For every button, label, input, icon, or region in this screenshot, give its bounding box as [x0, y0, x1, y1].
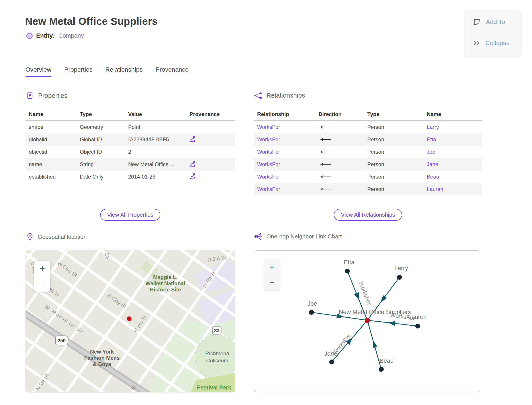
tab-relationships[interactable]: Relationships: [105, 66, 143, 77]
property-provenance-cell: [186, 160, 235, 168]
relationships-section-header: Relationships: [254, 92, 305, 99]
related-entity-link[interactable]: Beau: [427, 174, 439, 180]
entity-type-value: Company: [58, 32, 84, 39]
property-name: shape: [26, 124, 76, 130]
graph-center-node[interactable]: [365, 318, 370, 323]
link-chart-section-header: One-hop Neighbor Link Chart: [254, 233, 342, 240]
collapse-label: Collapse: [485, 40, 510, 47]
collapse-button[interactable]: Collapse: [473, 40, 510, 47]
column-header: Type: [364, 111, 423, 117]
link-chart-graph: WorksForWorksForWorksForEttaLarryJoeLaur…: [254, 251, 480, 392]
table-row: establishedDate Only2014-01-23: [26, 171, 235, 183]
name-cell: Beau: [423, 174, 482, 180]
svg-text:33: 33: [214, 328, 219, 333]
direction-cell: [315, 136, 364, 143]
graph-node-etta[interactable]: [345, 269, 350, 273]
relationships-table: RelationshipDirectionTypeNameWorksForPer…: [254, 108, 482, 196]
property-type: Object ID: [76, 149, 125, 155]
graph-node-jane[interactable]: [329, 359, 334, 364]
link-chart-section-title: One-hop Neighbor Link Chart: [266, 233, 342, 240]
property-type: Global ID: [76, 136, 125, 143]
graph-node-joe[interactable]: [309, 310, 314, 315]
direction-left-arrow-icon: [319, 138, 333, 141]
poi-label: Coliseum: [206, 358, 228, 364]
table-row: nameStringNew Metal Office ...: [26, 158, 235, 171]
property-name: globalid: [26, 136, 76, 143]
collapse-icon: [473, 40, 480, 46]
relationship-type-link[interactable]: WorksFor: [257, 174, 280, 180]
chart-zoom-in-button[interactable]: +: [264, 259, 280, 275]
table-row: WorksForPersonEtta: [254, 133, 482, 146]
view-all-properties-button[interactable]: View All Properties: [100, 209, 160, 221]
graph-node-label: Beau: [379, 358, 393, 364]
property-name: established: [26, 174, 76, 180]
tab-overview[interactable]: Overview: [26, 66, 51, 77]
related-entity-type: Person: [364, 186, 423, 192]
direction-cell: [315, 161, 364, 168]
direction-left-arrow-icon: [319, 150, 333, 154]
name-cell: Lauren: [423, 186, 482, 192]
relationship-type-link[interactable]: WorksFor: [257, 149, 280, 155]
map-zoom-out-button[interactable]: −: [34, 276, 50, 292]
direction-cell: [315, 149, 364, 155]
property-name: name: [26, 161, 76, 168]
direction-cell: [315, 174, 364, 180]
relationship-cell: WorksFor: [254, 136, 315, 143]
graph-node-label: Etta: [344, 259, 355, 266]
relationship-cell: WorksFor: [254, 174, 315, 180]
add-to-label: Add To: [486, 18, 505, 26]
relationship-type-link[interactable]: WorksFor: [257, 124, 280, 130]
provenance-icon[interactable]: [190, 135, 196, 142]
related-entity-link[interactable]: Etta: [427, 136, 436, 142]
link-chart-canvas[interactable]: WorksForWorksForWorksForEttaLarryJoeLaur…: [254, 250, 480, 392]
property-type: Geometry: [76, 124, 125, 130]
map-zoom-in-button[interactable]: +: [34, 261, 50, 276]
graph-node-beau[interactable]: [379, 367, 384, 372]
related-entity-link[interactable]: Larry: [427, 124, 439, 130]
view-all-relationships-button[interactable]: View All Relationships: [334, 209, 402, 221]
provenance-icon[interactable]: [190, 160, 196, 167]
relationship-type-link[interactable]: WorksFor: [257, 186, 280, 192]
geospatial-section-title: Geospatial location: [38, 234, 87, 240]
property-provenance-cell: [186, 135, 235, 143]
name-cell: Jane: [423, 161, 482, 168]
graph-node-larry[interactable]: [397, 275, 402, 280]
property-name: objectid: [26, 149, 76, 155]
route-shield: 33: [212, 327, 221, 334]
chart-zoom-out-button[interactable]: −: [264, 275, 280, 290]
name-cell: Larry: [423, 124, 482, 130]
poi-label: Fashion Mens: [84, 355, 120, 361]
poi-label: Maggie L.: [153, 274, 178, 280]
poi-label: & Boys: [93, 361, 111, 367]
entity-location-marker[interactable]: [127, 317, 132, 321]
svg-text:250: 250: [58, 338, 66, 343]
relationship-type-link[interactable]: WorksFor: [257, 161, 280, 167]
related-entity-link[interactable]: Jane: [427, 161, 438, 167]
property-value: 2014-01-23: [125, 174, 186, 180]
table-row: WorksForPersonBeau: [254, 171, 482, 183]
graph-node-lauren[interactable]: [415, 324, 420, 329]
tab-properties[interactable]: Properties: [64, 66, 93, 77]
table-row: WorksForPersonJane: [254, 158, 482, 171]
graph-center-label: New Metal Office Suppliers: [339, 309, 411, 315]
table-row: WorksForPersonLauren: [254, 183, 482, 196]
provenance-icon[interactable]: [190, 173, 196, 179]
relationship-cell: WorksFor: [254, 186, 315, 192]
entity-type-dot-icon: [26, 33, 33, 39]
tab-provenance[interactable]: Provenance: [155, 66, 188, 77]
graph-node-label: Larry: [394, 265, 408, 271]
properties-section-header: Properties: [26, 92, 67, 99]
related-entity-link[interactable]: Joe: [427, 149, 435, 155]
add-to-button[interactable]: Add To: [473, 18, 505, 26]
related-entity-link[interactable]: Lauren: [427, 186, 443, 192]
entity-label: Entity:: [36, 32, 55, 39]
properties-section-title: Properties: [38, 92, 67, 99]
table-header-row: RelationshipDirectionTypeName: [254, 108, 482, 121]
actions-panel: Add To Collapse: [465, 11, 520, 56]
poi-label: New York: [90, 349, 114, 355]
column-header: Name: [423, 111, 482, 117]
property-provenance-cell: [186, 173, 235, 181]
map-canvas[interactable]: 25033k RdSaW Clay StMarshall StW Marshal…: [26, 250, 235, 392]
relationship-type-link[interactable]: WorksFor: [257, 136, 280, 142]
name-cell: Etta: [423, 136, 482, 143]
